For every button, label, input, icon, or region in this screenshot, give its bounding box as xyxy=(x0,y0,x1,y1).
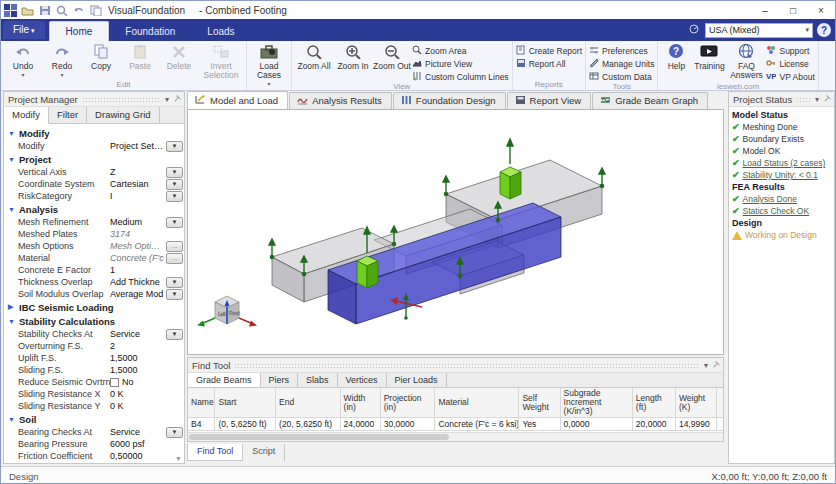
horizontal-scrollbar[interactable] xyxy=(188,432,723,441)
paste-button[interactable]: Paste xyxy=(121,42,159,71)
ellipsis-button[interactable]: … xyxy=(166,241,183,252)
tab-analysis-results[interactable]: Analysis Results xyxy=(289,92,392,109)
panel-menu-icon[interactable]: ▾ xyxy=(704,361,708,370)
tab-foundation-design[interactable]: Foundation Design xyxy=(393,92,506,109)
doc-tab-find-tool[interactable]: Find Tool xyxy=(187,444,243,461)
warning-icon xyxy=(732,231,742,240)
vp-about-button[interactable]: VPVP About xyxy=(766,71,814,82)
checkbox[interactable] xyxy=(110,378,119,387)
tab-slabs[interactable]: Slabs xyxy=(298,373,338,387)
open-icon[interactable] xyxy=(21,5,34,16)
redo-button[interactable]: Redo xyxy=(43,42,81,80)
copy-icon[interactable] xyxy=(90,5,102,16)
pin-icon[interactable]: ⊤ xyxy=(821,93,832,104)
scroll-down-icon[interactable]: ▼ xyxy=(175,455,182,462)
section-modify[interactable]: ▼Modify xyxy=(4,126,184,140)
section-analysis[interactable]: ▼Analysis xyxy=(4,202,184,216)
faq-answers-button[interactable]: FAQ Answers xyxy=(727,42,765,80)
create-report-button[interactable]: Create Report xyxy=(516,45,582,56)
dropdown-button[interactable]: ▼ xyxy=(166,427,183,438)
section-ibc-seismic[interactable]: ▶IBC Seismic Loading xyxy=(4,300,184,314)
close-button[interactable]: × xyxy=(807,1,835,19)
file-menu-button[interactable]: File xyxy=(3,21,45,39)
tab-model-and-load[interactable]: Model and Load xyxy=(187,91,288,109)
panel-menu-icon[interactable]: ▾ xyxy=(165,95,169,104)
tab-foundation[interactable]: Foundation xyxy=(109,22,191,41)
zoom-in-button[interactable]: Zoom In xyxy=(334,42,372,71)
view-cube[interactable]: Left Front xyxy=(197,296,257,327)
invert-selection-button[interactable]: Invert Selection xyxy=(199,42,243,80)
minimize-button[interactable]: – xyxy=(751,1,779,19)
pin-icon[interactable]: ⊤ xyxy=(171,93,182,104)
tab-grade-beam-graph[interactable]: Grade Beam Graph xyxy=(592,92,708,109)
section-project[interactable]: ▼Project xyxy=(4,152,184,166)
dropdown-button[interactable]: ▼ xyxy=(166,191,183,202)
tab-pier-loads[interactable]: Pier Loads xyxy=(387,373,447,387)
print-preview-icon[interactable] xyxy=(56,5,68,16)
tab-vertices[interactable]: Vertices xyxy=(338,373,387,387)
setting-row: Reduce Seismic Ovrtrn.?No xyxy=(4,376,184,388)
drag-grip[interactable] xyxy=(234,363,700,368)
tab-drawing-grid[interactable]: Drawing Grid xyxy=(87,107,159,123)
setting-row: RiskCategoryI▼ xyxy=(4,190,184,202)
setting-row: Uplift F.S.1,5000 xyxy=(4,352,184,364)
drag-grip[interactable] xyxy=(796,97,811,102)
maximize-button[interactable]: □ xyxy=(779,1,807,19)
tab-home[interactable]: Home xyxy=(49,21,110,41)
tab-grade-beams[interactable]: Grade Beams xyxy=(188,373,261,387)
custom-data-button[interactable]: Custom Data xyxy=(589,71,654,82)
undo-icon[interactable] xyxy=(73,5,85,16)
copy-button[interactable]: Copy xyxy=(82,42,120,71)
redo-icon xyxy=(43,44,81,61)
zoom-all-button[interactable]: Zoom All xyxy=(295,42,333,71)
zoom-area-button[interactable]: Zoom Area xyxy=(412,45,509,56)
ellipsis-button[interactable]: … xyxy=(166,253,183,264)
collapse-icon: ▼ xyxy=(8,156,15,163)
status-link-stability-unity[interactable]: ✔Stability Unity: < 0.1 xyxy=(732,169,831,181)
delete-button[interactable]: Delete xyxy=(160,42,198,71)
load-cases-button[interactable]: Load Cases xyxy=(250,42,288,89)
section-soil[interactable]: ▼Soil xyxy=(4,412,184,426)
pin-icon[interactable]: ⊤ xyxy=(710,359,721,370)
tab-report-view[interactable]: Report View xyxy=(507,92,592,109)
license-button[interactable]: License xyxy=(766,58,814,69)
section-stability[interactable]: ▼Stability Calculations xyxy=(4,314,184,328)
preferences-button[interactable]: Preferences xyxy=(589,45,654,56)
table-row[interactable]: B4 (0, 5,6250 ft) (20, 5,6250 ft) 24,000… xyxy=(188,418,723,431)
dropdown-button[interactable]: ▼ xyxy=(166,289,183,300)
project-manager-tabs: Modify Filter Drawing Grid xyxy=(4,107,184,124)
ribbon-help-button[interactable]: ? xyxy=(817,23,831,37)
dropdown-button[interactable]: ▼ xyxy=(166,141,183,152)
doc-tab-script[interactable]: Script xyxy=(243,444,285,461)
help-button[interactable]: ?Help xyxy=(661,42,691,71)
tab-filter[interactable]: Filter xyxy=(49,107,87,123)
zoom-out-button[interactable]: Zoom Out xyxy=(373,42,411,71)
dropdown-button[interactable]: ▼ xyxy=(166,179,183,190)
setting-row: Passive Pressure0,0000 pcf xyxy=(4,462,184,463)
status-bar: Design X:0,00 ft; Y:0,00 ft; Z:0,00 ft xyxy=(1,466,835,484)
save-icon[interactable] xyxy=(39,5,51,16)
status-link-analysis-done[interactable]: ✔Analysis Done xyxy=(732,193,831,205)
training-button[interactable]: Training xyxy=(692,42,726,71)
dropdown-button[interactable]: ▼ xyxy=(166,329,183,340)
dropdown-button[interactable]: ▼ xyxy=(166,277,183,288)
footing-model-3d: Left Front xyxy=(188,110,725,356)
status-group-design: Design xyxy=(732,218,831,228)
tab-piers[interactable]: Piers xyxy=(261,373,299,387)
status-link-load-status[interactable]: ✔Load Status (2 cases) xyxy=(732,157,831,169)
dropdown-button[interactable]: ▼ xyxy=(166,217,183,228)
dropdown-button[interactable]: ▼ xyxy=(166,167,183,178)
drag-grip[interactable] xyxy=(82,97,161,102)
undo-button[interactable]: Undo xyxy=(4,42,42,80)
tab-loads[interactable]: Loads xyxy=(191,22,250,41)
custom-column-lines-button[interactable]: Custom Column Lines xyxy=(412,71,509,82)
tab-modify[interactable]: Modify xyxy=(4,107,49,124)
panel-menu-icon[interactable]: ▾ xyxy=(815,95,819,104)
report-all-button[interactable]: Report All xyxy=(516,58,582,69)
unit-system-select[interactable]: USA (Mixed) xyxy=(705,23,813,38)
status-link-statics-check[interactable]: ✔Statics Check OK xyxy=(732,205,831,217)
support-button[interactable]: Support xyxy=(766,45,814,56)
picture-view-button[interactable]: Picture View xyxy=(412,58,509,69)
manage-units-button[interactable]: Manage Units xyxy=(589,58,654,69)
model-viewport[interactable]: Left Front xyxy=(187,109,724,355)
